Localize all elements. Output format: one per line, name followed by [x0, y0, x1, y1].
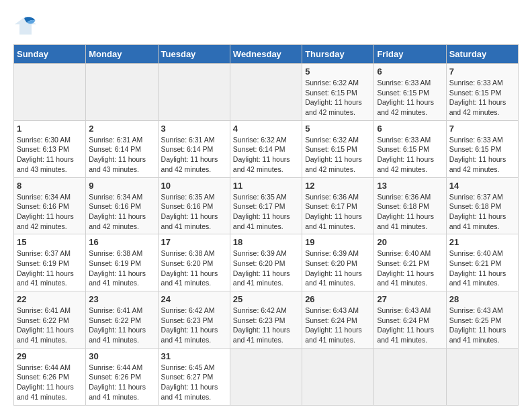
day-info: Sunrise: 6:35 AM Sunset: 6:17 PM Dayligh… [233, 192, 299, 232]
day-info: Sunrise: 6:38 AM Sunset: 6:20 PM Dayligh… [161, 248, 227, 288]
calendar-cell: 22 Sunrise: 6:41 AM Sunset: 6:22 PM Dayl… [14, 291, 86, 349]
day-number: 8 [17, 181, 83, 191]
calendar-cell: 13 Sunrise: 6:36 AM Sunset: 6:18 PM Dayl… [374, 177, 446, 234]
column-header-thursday: Thursday [302, 45, 374, 64]
day-number: 18 [233, 237, 299, 247]
day-info: Sunrise: 6:34 AM Sunset: 6:16 PM Dayligh… [17, 192, 83, 232]
day-info: Sunrise: 6:43 AM Sunset: 6:24 PM Dayligh… [305, 306, 371, 345]
day-number: 4 [233, 124, 299, 134]
day-number: 11 [233, 181, 299, 191]
day-number: 29 [17, 351, 83, 361]
day-number: 2 [89, 124, 154, 134]
day-info: Sunrise: 6:42 AM Sunset: 6:23 PM Dayligh… [161, 306, 227, 345]
column-header-saturday: Saturday [446, 45, 518, 64]
day-number: 31 [161, 351, 227, 361]
day-number: 12 [305, 181, 371, 191]
calendar-cell: 7 Sunrise: 6:33 AM Sunset: 6:15 PM Dayli… [446, 120, 518, 177]
day-number: 1 [17, 124, 83, 134]
calendar-cell: 12 Sunrise: 6:36 AM Sunset: 6:17 PM Dayl… [302, 177, 374, 234]
calendar-cell: 25 Sunrise: 6:42 AM Sunset: 6:23 PM Dayl… [230, 291, 302, 349]
calendar-cell [158, 64, 230, 121]
calendar-cell: 31 Sunrise: 6:45 AM Sunset: 6:27 PM Dayl… [158, 348, 230, 405]
day-info: Sunrise: 6:35 AM Sunset: 6:16 PM Dayligh… [161, 192, 227, 232]
calendar-cell: 15 Sunrise: 6:37 AM Sunset: 6:19 PM Dayl… [14, 234, 86, 291]
day-info: Sunrise: 6:33 AM Sunset: 6:15 PM Dayligh… [449, 135, 515, 175]
day-number: 6 [377, 124, 443, 134]
day-info: Sunrise: 6:34 AM Sunset: 6:16 PM Dayligh… [89, 192, 154, 232]
day-number: 13 [377, 181, 443, 191]
day-info: Sunrise: 6:33 AM Sunset: 6:15 PM Dayligh… [377, 135, 443, 175]
calendar-cell [230, 348, 302, 405]
calendar-week-row: 5 Sunrise: 6:32 AM Sunset: 6:15 PM Dayli… [14, 64, 519, 121]
day-info: Sunrise: 6:36 AM Sunset: 6:18 PM Dayligh… [377, 192, 443, 232]
page-header [13, 13, 519, 38]
day-number: 23 [89, 294, 154, 304]
calendar-cell: 10 Sunrise: 6:35 AM Sunset: 6:16 PM Dayl… [158, 177, 230, 234]
calendar-cell: 11 Sunrise: 6:35 AM Sunset: 6:17 PM Dayl… [230, 177, 302, 234]
calendar-cell: 8 Sunrise: 6:34 AM Sunset: 6:16 PM Dayli… [14, 177, 86, 234]
calendar-cell [86, 64, 158, 121]
day-info: Sunrise: 6:45 AM Sunset: 6:27 PM Dayligh… [161, 363, 227, 402]
day-info: Sunrise: 6:33 AM Sunset: 6:15 PM Dayligh… [377, 78, 443, 118]
day-info: Sunrise: 6:42 AM Sunset: 6:23 PM Dayligh… [233, 306, 299, 345]
day-number: 15 [17, 237, 83, 247]
day-info: Sunrise: 6:44 AM Sunset: 6:26 PM Dayligh… [89, 363, 154, 402]
logo-icon [13, 13, 38, 38]
calendar-cell: 5 Sunrise: 6:32 AM Sunset: 6:15 PM Dayli… [302, 64, 374, 121]
day-info: Sunrise: 6:39 AM Sunset: 6:20 PM Dayligh… [233, 248, 299, 288]
calendar-cell: 9 Sunrise: 6:34 AM Sunset: 6:16 PM Dayli… [86, 177, 158, 234]
day-number: 19 [305, 237, 371, 247]
day-info: Sunrise: 6:43 AM Sunset: 6:24 PM Dayligh… [377, 306, 443, 345]
calendar-cell: 6 Sunrise: 6:33 AM Sunset: 6:15 PM Dayli… [374, 64, 446, 121]
day-number: 26 [305, 294, 371, 304]
calendar-week-row: 29 Sunrise: 6:44 AM Sunset: 6:26 PM Dayl… [14, 348, 519, 405]
calendar-cell [230, 64, 302, 121]
day-info: Sunrise: 6:39 AM Sunset: 6:20 PM Dayligh… [305, 248, 371, 288]
day-number: 21 [449, 237, 515, 247]
column-header-monday: Monday [86, 45, 158, 64]
column-header-sunday: Sunday [14, 45, 86, 64]
day-number: 20 [377, 237, 443, 247]
calendar-week-row: 1 Sunrise: 6:30 AM Sunset: 6:13 PM Dayli… [14, 120, 519, 177]
day-number: 5 [305, 124, 371, 134]
logo [13, 13, 40, 38]
day-number: 5 [305, 66, 371, 77]
day-info: Sunrise: 6:38 AM Sunset: 6:19 PM Dayligh… [89, 248, 154, 288]
day-number: 24 [161, 294, 227, 304]
column-header-tuesday: Tuesday [158, 45, 230, 64]
day-info: Sunrise: 6:33 AM Sunset: 6:15 PM Dayligh… [449, 78, 515, 118]
day-number: 22 [17, 294, 83, 304]
calendar-cell: 30 Sunrise: 6:44 AM Sunset: 6:26 PM Dayl… [86, 348, 158, 405]
calendar-cell: 19 Sunrise: 6:39 AM Sunset: 6:20 PM Dayl… [302, 234, 374, 291]
day-number: 3 [161, 124, 227, 134]
calendar-cell: 21 Sunrise: 6:40 AM Sunset: 6:21 PM Dayl… [446, 234, 518, 291]
day-info: Sunrise: 6:31 AM Sunset: 6:14 PM Dayligh… [161, 135, 227, 175]
calendar-cell: 29 Sunrise: 6:44 AM Sunset: 6:26 PM Dayl… [14, 348, 86, 405]
day-number: 14 [449, 181, 515, 191]
day-info: Sunrise: 6:40 AM Sunset: 6:21 PM Dayligh… [449, 248, 515, 288]
day-info: Sunrise: 6:32 AM Sunset: 6:14 PM Dayligh… [233, 135, 299, 175]
day-info: Sunrise: 6:30 AM Sunset: 6:13 PM Dayligh… [17, 135, 83, 175]
day-number: 9 [89, 181, 154, 191]
calendar-cell: 4 Sunrise: 6:32 AM Sunset: 6:14 PM Dayli… [230, 120, 302, 177]
column-header-wednesday: Wednesday [230, 45, 302, 64]
day-info: Sunrise: 6:32 AM Sunset: 6:15 PM Dayligh… [305, 135, 371, 175]
calendar-week-row: 22 Sunrise: 6:41 AM Sunset: 6:22 PM Dayl… [14, 291, 519, 349]
calendar-week-row: 8 Sunrise: 6:34 AM Sunset: 6:16 PM Dayli… [14, 177, 519, 234]
calendar-cell [14, 64, 86, 121]
calendar-header-row: SundayMondayTuesdayWednesdayThursdayFrid… [14, 45, 519, 64]
calendar-cell: 14 Sunrise: 6:37 AM Sunset: 6:18 PM Dayl… [446, 177, 518, 234]
calendar-cell: 16 Sunrise: 6:38 AM Sunset: 6:19 PM Dayl… [86, 234, 158, 291]
calendar-cell: 24 Sunrise: 6:42 AM Sunset: 6:23 PM Dayl… [158, 291, 230, 349]
day-info: Sunrise: 6:37 AM Sunset: 6:18 PM Dayligh… [449, 192, 515, 232]
calendar-cell [446, 348, 518, 405]
calendar-cell: 3 Sunrise: 6:31 AM Sunset: 6:14 PM Dayli… [158, 120, 230, 177]
day-info: Sunrise: 6:41 AM Sunset: 6:22 PM Dayligh… [17, 306, 83, 345]
day-number: 7 [449, 66, 515, 77]
day-number: 27 [377, 294, 443, 304]
day-info: Sunrise: 6:32 AM Sunset: 6:15 PM Dayligh… [305, 78, 371, 118]
day-info: Sunrise: 6:44 AM Sunset: 6:26 PM Dayligh… [17, 363, 83, 402]
calendar-cell [374, 348, 446, 405]
day-info: Sunrise: 6:43 AM Sunset: 6:25 PM Dayligh… [449, 306, 515, 345]
calendar-cell: 26 Sunrise: 6:43 AM Sunset: 6:24 PM Dayl… [302, 291, 374, 349]
